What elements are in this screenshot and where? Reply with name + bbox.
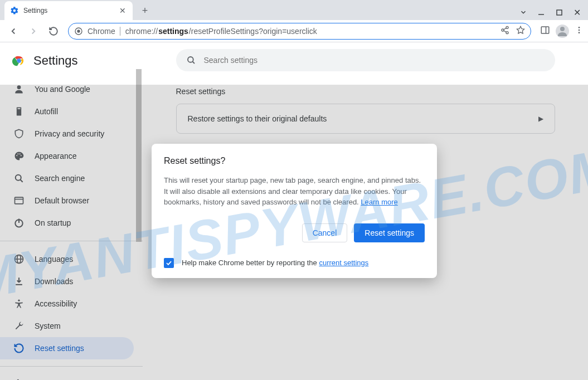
chevron-down-icon[interactable] — [519, 8, 528, 17]
profile-avatar[interactable] — [556, 25, 569, 38]
dialog-title: Reset settings? — [164, 156, 425, 166]
svg-point-13 — [579, 27, 580, 28]
window-titlebar: Settings ✕ + ✕ — [0, 0, 588, 20]
reset-settings-button[interactable]: Reset settings — [354, 223, 425, 242]
svg-point-14 — [579, 29, 580, 31]
svg-point-5 — [502, 29, 504, 31]
svg-point-3 — [77, 30, 80, 32]
window-controls: ✕ — [519, 8, 588, 20]
site-info-icon[interactable] — [74, 27, 83, 36]
svg-point-15 — [579, 32, 580, 33]
reload-button[interactable] — [45, 22, 62, 40]
current-settings-link[interactable]: current settings — [319, 259, 368, 267]
address-bar[interactable]: Chrome chrome://settings/resetProfileSet… — [68, 23, 531, 40]
browser-toolbar: Chrome chrome://settings/resetProfileSet… — [0, 20, 588, 42]
report-checkbox[interactable] — [164, 258, 174, 268]
footer-text: Help make Chrome better by reporting the… — [182, 259, 368, 267]
new-tab-button[interactable]: + — [137, 3, 153, 18]
bookmark-icon[interactable] — [516, 26, 525, 37]
sidebar-title: Settings — [33, 53, 78, 68]
side-panel-icon[interactable] — [540, 25, 550, 37]
cancel-button[interactable]: Cancel — [302, 223, 348, 242]
minimize-icon[interactable] — [537, 8, 546, 17]
svg-point-18 — [17, 59, 21, 62]
svg-line-39 — [192, 61, 195, 64]
maximize-icon[interactable] — [555, 8, 563, 17]
forward-button[interactable] — [25, 22, 42, 40]
svg-point-6 — [506, 31, 508, 33]
svg-point-12 — [560, 27, 565, 31]
settings-search[interactable] — [176, 49, 555, 71]
tab-close-icon[interactable]: ✕ — [118, 6, 127, 15]
dialog-body: This will reset your startup page, new t… — [164, 175, 425, 208]
menu-icon[interactable] — [575, 26, 584, 37]
close-icon[interactable]: ✕ — [572, 8, 581, 17]
svg-marker-9 — [517, 26, 524, 33]
svg-line-8 — [504, 31, 507, 32]
svg-rect-10 — [541, 27, 549, 33]
chrome-logo-icon — [12, 54, 26, 67]
svg-point-38 — [188, 57, 193, 62]
reset-settings-dialog: Reset settings? This will reset your sta… — [152, 144, 437, 278]
url-text: Chrome chrome://settings/resetProfileSet… — [88, 27, 317, 36]
back-button[interactable] — [4, 22, 22, 40]
share-icon[interactable] — [500, 26, 509, 37]
svg-rect-1 — [557, 10, 562, 15]
settings-gear-icon — [10, 6, 19, 15]
browser-tab[interactable]: Settings ✕ — [4, 1, 133, 20]
svg-point-4 — [506, 26, 508, 28]
settings-search-input[interactable] — [204, 56, 545, 65]
tab-title: Settings — [23, 7, 114, 14]
learn-more-link[interactable]: Learn more — [361, 198, 397, 206]
svg-line-7 — [504, 28, 507, 30]
search-icon — [186, 55, 196, 65]
